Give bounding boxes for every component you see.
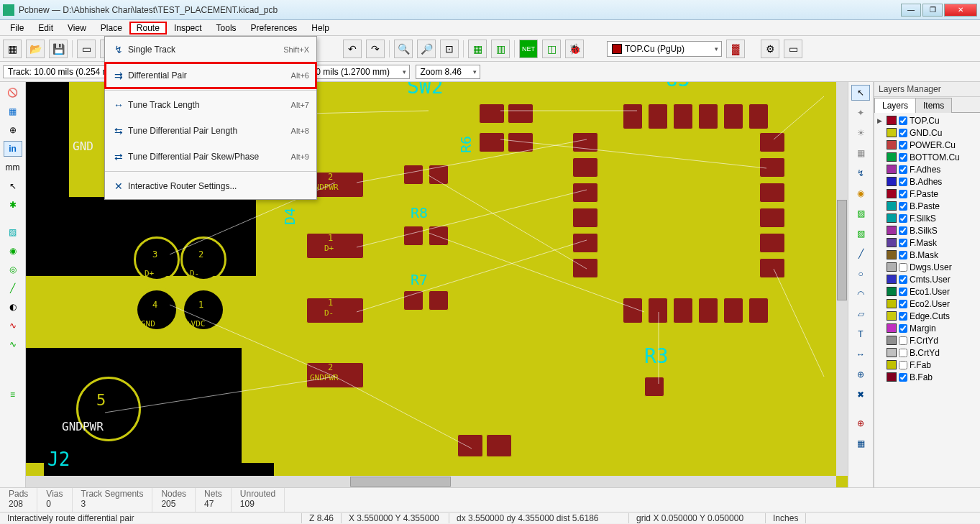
layer-visible-checkbox[interactable]	[899, 312, 907, 321]
menuitem-tune-differential-pair-length[interactable]: ⇆Tune Differential Pair LengthAlt+8	[105, 118, 316, 144]
no-tool-icon[interactable]: 🚫	[4, 85, 22, 101]
layer-visible-checkbox[interactable]	[899, 263, 907, 272]
3d-icon[interactable]: ▭	[784, 40, 802, 58]
layer-row-eco1-user[interactable]: Eco1.User	[876, 285, 979, 298]
muwave1-icon[interactable]: ∿	[4, 318, 22, 334]
via-mode-icon[interactable]: ◎	[4, 262, 22, 277]
layer-visible-checkbox[interactable]	[899, 336, 907, 345]
arc-tool-icon[interactable]: ◠	[851, 286, 870, 302]
track-mode-icon[interactable]: ╱	[4, 280, 22, 296]
layer-row-top-cu[interactable]: ▶TOP.Cu	[876, 114, 979, 127]
layer-row-b-adhes[interactable]: B.Adhes	[876, 175, 979, 188]
layer-row-f-fab[interactable]: F.Fab	[876, 359, 979, 371]
layer-row-b-fab[interactable]: B.Fab	[876, 371, 979, 383]
layer-row-b-silks[interactable]: B.SilkS	[876, 224, 979, 236]
delete-tool-icon[interactable]: ✖	[851, 387, 870, 403]
layer-visible-checkbox[interactable]	[899, 202, 907, 211]
layer-visible-checkbox[interactable]	[899, 214, 907, 223]
layer-row-gnd-cu[interactable]: GND.Cu	[876, 127, 979, 139]
contrast-icon[interactable]: ◐	[4, 299, 22, 315]
layer-visible-checkbox[interactable]	[899, 153, 907, 162]
new-icon[interactable]: ▦	[3, 40, 22, 58]
layer-visible-checkbox[interactable]	[899, 141, 907, 150]
zoom-fit-icon[interactable]: ⊡	[440, 40, 459, 58]
layer-visible-checkbox[interactable]	[899, 300, 907, 308]
polygon-tool-icon[interactable]: ▱	[851, 306, 870, 322]
units-mm-icon[interactable]: mm	[4, 160, 22, 175]
origin-icon[interactable]: ⊕	[851, 415, 870, 431]
line-tool-icon[interactable]: ╱	[851, 246, 870, 262]
fill-zones-icon[interactable]: ▨	[4, 224, 22, 240]
layer-visible-checkbox[interactable]	[899, 373, 907, 382]
layer-row-bottom-cu[interactable]: BOTTOM.Cu	[876, 151, 979, 163]
menu-help[interactable]: Help	[304, 22, 336, 35]
layer-visible-checkbox[interactable]	[899, 324, 907, 333]
tab-layers[interactable]: Layers	[874, 98, 916, 113]
close-button[interactable]: ✕	[944, 4, 977, 17]
drc-icon[interactable]: ◫	[542, 40, 561, 58]
open-icon[interactable]: 📂	[26, 40, 45, 58]
tab-items[interactable]: Items	[915, 98, 952, 113]
layer-visible-checkbox[interactable]	[899, 239, 907, 247]
layer-visible-checkbox[interactable]	[899, 178, 907, 186]
layer-visible-checkbox[interactable]	[899, 361, 907, 369]
track-width-display[interactable]: Track: 10.00 mils (0.254 m	[3, 65, 115, 78]
menuitem-tune-differential-pair-skew-phase[interactable]: ⇄Tune Differential Pair Skew/PhaseAlt+9	[105, 144, 316, 170]
zoom-out-icon[interactable]: 🔎	[417, 40, 436, 58]
layer-visible-checkbox[interactable]	[899, 190, 907, 198]
units-in-icon[interactable]: in	[4, 141, 22, 157]
dimension-icon[interactable]: ↔	[851, 346, 870, 362]
menuitem-interactive-router-settings-[interactable]: ✕Interactive Router Settings...	[105, 173, 316, 199]
layer-row-f-adhes[interactable]: F.Adhes	[876, 163, 979, 175]
via-tool-icon[interactable]: ◉	[851, 185, 870, 201]
layer-row-margin[interactable]: Margin	[876, 322, 979, 334]
redo-icon[interactable]: ↷	[366, 40, 385, 58]
target-icon[interactable]: ⊕	[851, 367, 870, 382]
undo-icon[interactable]: ↶	[343, 40, 362, 58]
layer-row-f-silks[interactable]: F.SilkS	[876, 212, 979, 224]
cursor-icon[interactable]: ↖	[4, 178, 22, 194]
footprint-tool-icon[interactable]: ▦	[851, 145, 870, 161]
ratsnest-icon[interactable]: ✱	[4, 197, 22, 213]
minimize-button[interactable]: —	[901, 4, 921, 17]
layer-row-b-paste[interactable]: B.Paste	[876, 200, 979, 212]
menu-inspect[interactable]: Inspect	[167, 22, 209, 35]
menu-file[interactable]: File	[3, 22, 31, 35]
menuitem-tune-track-length[interactable]: ↔Tune Track LengthAlt+7	[105, 92, 316, 118]
select-tool-icon[interactable]: ↖	[851, 85, 870, 101]
layer-visible-checkbox[interactable]	[899, 116, 907, 125]
layer-row-b-crtyd[interactable]: B.CrtYd	[876, 346, 979, 359]
bug-icon[interactable]: 🐞	[565, 40, 584, 58]
layer-selector[interactable]: TOP.Cu (PgUp)	[607, 41, 722, 57]
layer-row-b-mask[interactable]: B.Mask	[876, 249, 979, 261]
footprint-icon[interactable]: ▦	[468, 40, 487, 58]
polar-icon[interactable]: ⊕	[4, 122, 22, 138]
layer-visible-checkbox[interactable]	[899, 288, 907, 296]
zoom-combo[interactable]: Zoom 8.46	[416, 65, 480, 79]
layer-visible-checkbox[interactable]	[899, 226, 907, 235]
scrollbar-horizontal[interactable]	[26, 476, 836, 487]
net-icon[interactable]: NET	[519, 40, 538, 58]
layer-row-dwgs-user[interactable]: Dwgs.User	[876, 261, 979, 273]
page-settings-icon[interactable]: ▭	[77, 40, 96, 58]
menu-place[interactable]: Place	[93, 22, 129, 35]
menuitem-differential-pair[interactable]: ⇉Differential PairAlt+6	[105, 63, 316, 88]
keepout-icon[interactable]: ▧	[851, 226, 870, 242]
route-track-icon[interactable]: ↯	[851, 165, 870, 181]
zoom-in-icon[interactable]: 🔍	[394, 40, 413, 58]
layer-visible-checkbox[interactable]	[899, 165, 907, 174]
layer-row-edge-cuts[interactable]: Edge.Cuts	[876, 310, 979, 322]
layer-row-f-paste[interactable]: F.Paste	[876, 188, 979, 200]
save-icon[interactable]: 💾	[49, 40, 68, 58]
layer-visible-checkbox[interactable]	[899, 129, 907, 137]
highlight-icon[interactable]: ✦	[851, 105, 870, 121]
grid-origin-icon[interactable]: ▦	[851, 436, 870, 451]
menuitem-single-track[interactable]: ↯Single TrackShift+X	[105, 37, 316, 63]
layer-visible-checkbox[interactable]	[899, 349, 907, 357]
menu-route[interactable]: Route	[129, 22, 167, 35]
layer-visible-checkbox[interactable]	[899, 275, 907, 284]
layer-row-eco2-user[interactable]: Eco2.User	[876, 298, 979, 310]
layer-row-f-mask[interactable]: F.Mask	[876, 236, 979, 249]
grid-icon[interactable]: ▦	[4, 104, 22, 119]
zone-tool-icon[interactable]: ▨	[851, 206, 870, 221]
